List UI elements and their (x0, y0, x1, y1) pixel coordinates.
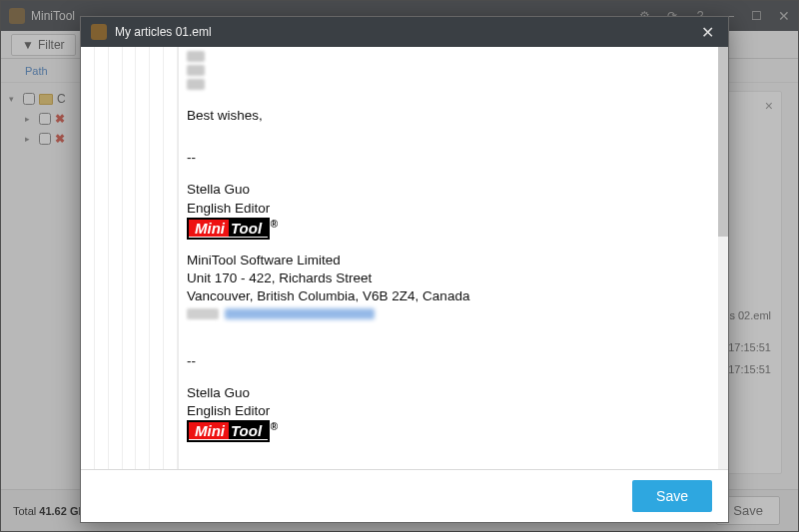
modal-header: My articles 01.eml ✕ (81, 17, 728, 47)
email-greeting: Best wishes, (187, 107, 716, 125)
scrollbar-track[interactable] (718, 47, 728, 469)
modal-save-button[interactable]: Save (632, 480, 712, 512)
redacted-link[interactable] (225, 308, 375, 319)
email-headers-gutter (81, 47, 179, 469)
signature-role: English Editor (187, 200, 716, 218)
email-content: Best wishes, -- Stella Guo English Edito… (179, 47, 728, 469)
modal-close-button[interactable]: ✕ (697, 23, 718, 42)
scrollbar-thumb[interactable] (718, 47, 728, 237)
signature-separator: -- (187, 149, 716, 167)
company-address-1: Unit 170 - 422, Richards Street (187, 269, 716, 287)
file-icon (91, 24, 107, 40)
redacted-text (187, 79, 205, 90)
signature-name: Stella Guo (187, 384, 716, 402)
minitool-logo: MiniTool® (187, 420, 270, 442)
company-address-2: Vancouver, British Columbia, V6B 2Z4, Ca… (187, 287, 716, 305)
modal-body: Best wishes, -- Stella Guo English Edito… (81, 47, 728, 470)
modal-footer: Save (81, 470, 728, 522)
company-name: MiniTool Software Limited (187, 252, 716, 269)
redacted-text (187, 65, 205, 76)
signature-name: Stella Guo (187, 181, 716, 199)
redacted-text (187, 308, 219, 319)
signature-role: English Editor (187, 402, 716, 420)
modal-title: My articles 01.eml (115, 25, 212, 39)
redacted-text (187, 51, 205, 62)
signature-separator: -- (187, 352, 716, 370)
preview-modal: My articles 01.eml ✕ Best wishes, -- Ste… (80, 16, 729, 523)
minitool-logo: MiniTool® (187, 218, 270, 240)
